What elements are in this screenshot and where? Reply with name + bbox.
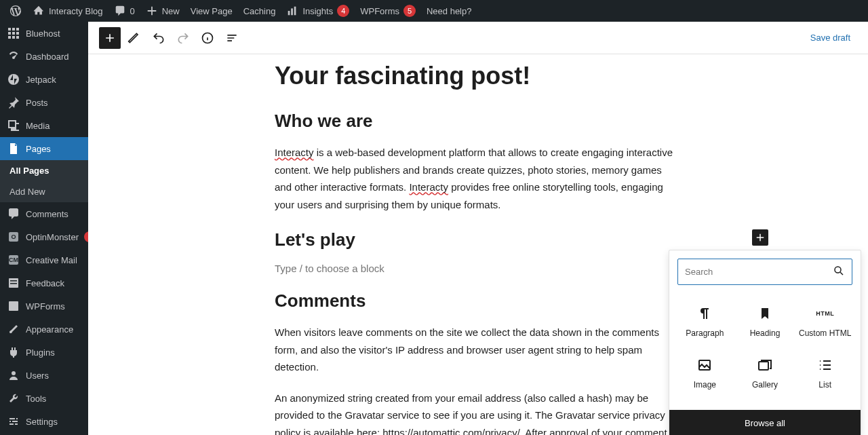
block-type-heading[interactable]: Heading — [735, 296, 795, 347]
caching-link[interactable]: Caching — [238, 0, 281, 22]
sidebar-item-label: Creative Mail — [26, 255, 77, 265]
sidebar-sub-add-new[interactable]: Add New — [0, 181, 88, 202]
new-link[interactable]: New — [140, 0, 185, 22]
sidebar-item-users[interactable]: Users — [0, 364, 88, 387]
help-link[interactable]: Need help? — [421, 0, 477, 22]
inserter-search[interactable] — [677, 259, 852, 285]
sidebar-item-tools[interactable]: Tools — [0, 387, 88, 410]
paragraph-comments1[interactable]: When visitors leave comments on the site… — [275, 324, 682, 376]
block-type-image[interactable]: Image — [675, 347, 735, 399]
sidebar-item-label: Posts — [26, 98, 48, 108]
block-type-gallery[interactable]: Gallery — [735, 347, 795, 399]
sidebar-item-label: Users — [26, 371, 49, 381]
insights-link[interactable]: Insights4 — [281, 0, 355, 22]
block-type-list[interactable]: List — [795, 347, 855, 399]
undo-button[interactable] — [148, 27, 170, 49]
browse-all-button[interactable]: Browse all — [669, 410, 861, 435]
svg-point-21 — [835, 267, 841, 273]
details-button[interactable] — [197, 27, 218, 49]
block-type-label: Image — [694, 380, 716, 390]
plug-icon — [7, 345, 20, 359]
paragraph-comments2[interactable]: An anonymized string created from your e… — [275, 390, 682, 435]
tools-button[interactable] — [123, 27, 145, 49]
svg-rect-16 — [9, 301, 18, 311]
wpforms-label: WPForms — [360, 6, 399, 16]
toggle-inserter-button[interactable] — [99, 27, 121, 49]
comment-icon — [7, 207, 20, 221]
sidebar-item-creativemail[interactable]: CMCreative Mail — [0, 248, 88, 271]
site-name[interactable]: Interacty Blog — [27, 0, 108, 22]
wordpress-icon — [9, 5, 22, 17]
mail-icon: CM — [7, 253, 20, 267]
svg-rect-0 — [288, 11, 290, 15]
sidebar-item-dashboard[interactable]: Dashboard — [0, 45, 88, 68]
heading-play[interactable]: Let's play — [275, 229, 682, 250]
bookmark-icon — [757, 305, 773, 322]
sidebar-item-comments[interactable]: Comments — [0, 202, 88, 225]
block-type-label: Gallery — [752, 380, 778, 390]
sidebar-item-label: Media — [26, 121, 50, 131]
sidebar-item-label: Jetpack — [26, 75, 56, 85]
word-interacty: Interacty — [409, 181, 448, 193]
insights-badge: 4 — [337, 5, 349, 17]
sidebar-item-jetpack[interactable]: Jetpack — [0, 68, 88, 91]
insights-label: Insights — [302, 6, 333, 16]
sidebar-item-posts[interactable]: Posts — [0, 91, 88, 114]
sidebar-item-label: Plugins — [26, 347, 55, 358]
sidebar-item-pages[interactable]: Pages — [0, 137, 88, 160]
outline-button[interactable] — [221, 27, 243, 49]
brush-icon — [7, 322, 20, 336]
sidebar-item-media[interactable]: Media — [0, 114, 88, 137]
block-type-paragraph[interactable]: Paragraph — [675, 296, 735, 347]
block-type-label: Heading — [750, 328, 781, 338]
inserter-search-input[interactable] — [685, 267, 827, 277]
block-type-label: Paragraph — [686, 328, 724, 338]
save-draft-button[interactable]: Save draft — [804, 29, 857, 47]
paragraph-who[interactable]: Interacty is a web-based development pla… — [275, 144, 682, 213]
view-page-link[interactable]: View Page — [185, 0, 238, 22]
sidebar-item-label: Comments — [26, 209, 68, 219]
search-icon — [833, 265, 845, 279]
sidebar-item-label: WPForms — [26, 301, 65, 311]
inline-inserter-button[interactable] — [752, 229, 768, 246]
comments-count: 0 — [130, 6, 135, 16]
svg-rect-23 — [759, 362, 768, 370]
admin-bar: Interacty Blog 0 New View Page Caching I… — [0, 0, 868, 22]
svg-rect-10 — [12, 36, 15, 39]
comments-link[interactable]: 0 — [108, 0, 140, 22]
site-name-label: Interacty Blog — [49, 6, 103, 16]
svg-rect-4 — [12, 28, 15, 31]
page-icon — [7, 142, 20, 155]
svg-rect-3 — [8, 28, 11, 31]
stats-icon — [286, 5, 298, 17]
post-title[interactable]: Your fascinating post! — [275, 61, 682, 90]
sidebar-item-plugins[interactable]: Plugins — [0, 341, 88, 364]
html-icon: HTML — [817, 305, 833, 322]
svg-rect-9 — [8, 36, 11, 39]
block-type-label: Custom HTML — [799, 328, 851, 338]
sidebar-item-wpforms[interactable]: WPForms — [0, 295, 88, 318]
wp-logo[interactable] — [4, 0, 27, 22]
view-page-label: View Page — [191, 6, 233, 16]
sidebar-item-optinmonster[interactable]: OOptinMonster1 — [0, 225, 88, 248]
sidebar-item-label: Appearance — [26, 324, 73, 335]
svg-rect-11 — [16, 36, 19, 39]
editor-canvas[interactable]: Your fascinating post! Who we are Intera… — [88, 54, 868, 435]
heading-who[interactable]: Who we are — [275, 111, 682, 132]
sidebar-item-settings[interactable]: Settings — [0, 410, 88, 433]
sidebar-item-bluehost[interactable]: Bluehost — [0, 22, 88, 45]
sidebar-sub-all-pages[interactable]: All Pages — [0, 160, 88, 181]
heading-comments[interactable]: Comments — [275, 290, 682, 311]
sidebar-item-appearance[interactable]: Appearance — [0, 318, 88, 341]
redo-button[interactable] — [172, 27, 194, 49]
grid-icon — [7, 26, 20, 40]
admin-sidebar: Bluehost Dashboard Jetpack Posts Media P… — [0, 22, 88, 435]
sidebar-item-feedback[interactable]: Feedback — [0, 271, 88, 295]
home-icon — [33, 5, 45, 17]
form-icon — [7, 276, 20, 290]
block-type-custom-html[interactable]: HTMLCustom HTML — [795, 296, 855, 347]
svg-rect-1 — [292, 8, 294, 15]
svg-rect-2 — [294, 7, 296, 16]
wpforms-link[interactable]: WPForms5 — [355, 0, 421, 22]
empty-block-placeholder[interactable]: Type / to choose a block — [275, 263, 682, 274]
